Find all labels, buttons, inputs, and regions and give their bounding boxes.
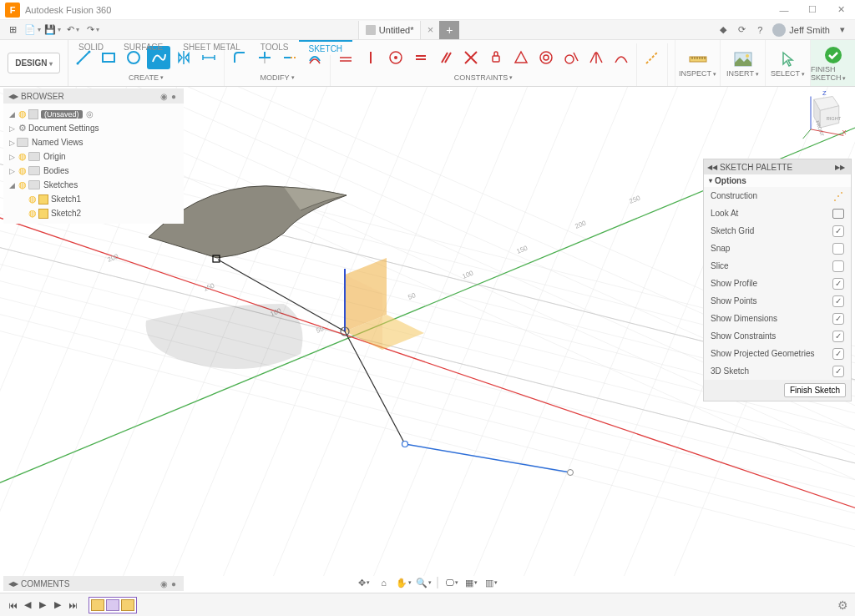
midpoint-constraint[interactable] [509, 46, 533, 69]
tree-item-doc-settings[interactable]: ▷ ⚙ Document Settings [3, 121, 184, 135]
close-tab-button[interactable]: × [421, 23, 439, 36]
palette-row-show-constraints[interactable]: Show Constraints [704, 327, 851, 345]
symmetry-constraint[interactable] [584, 46, 608, 69]
tree-item-named-views[interactable]: ▷ Named Views [3, 135, 184, 149]
tree-root[interactable]: ◢ ◍ (Unsaved) ◎ [3, 107, 184, 121]
perpendicular-constraint[interactable] [459, 46, 483, 69]
timeline-features[interactable] [89, 597, 137, 613]
palette-row-snap[interactable]: Snap [704, 240, 851, 257]
group-label-create[interactable]: CREATE [129, 72, 164, 83]
comments-panel-header[interactable]: ◀▶ COMMENTS ◉ ● [3, 576, 184, 591]
browser-header[interactable]: ◀▶ BROWSER ◉ ● [3, 88, 184, 104]
expand-icon[interactable]: ▷ [7, 153, 17, 161]
checkbox[interactable] [832, 225, 844, 237]
checkbox[interactable] [832, 260, 844, 272]
look-at-button[interactable]: ⌂ [375, 575, 393, 590]
visibility-bulb-icon[interactable]: ◍ [17, 151, 28, 162]
grid-settings-button[interactable]: ▦ [463, 575, 481, 590]
apps-grid-button[interactable]: ⊞ [3, 21, 22, 39]
comments-pin-icon[interactable]: ● [169, 578, 179, 588]
tree-item-sketch1[interactable]: ◍ Sketch1 [3, 192, 184, 206]
display-settings-button[interactable]: 🖵 [443, 575, 461, 590]
browser-settings-icon[interactable]: ◉ [159, 91, 169, 101]
palette-row-look-at[interactable]: Look At [704, 204, 851, 222]
palette-section-options[interactable]: Options [704, 174, 851, 187]
visibility-bulb-icon[interactable]: ◍ [17, 165, 28, 176]
tab-solid[interactable]: SOLID [68, 40, 114, 55]
checkbox[interactable] [832, 313, 844, 325]
timeline-next-button[interactable]: ▶ [50, 598, 65, 613]
window-close-button[interactable]: ✕ [827, 0, 855, 20]
curvature-constraint[interactable] [610, 46, 633, 69]
palette-row-show-profile[interactable]: Show Profile [704, 275, 851, 292]
user-name[interactable]: Jeff Smith [789, 25, 830, 35]
palette-row-construction[interactable]: Construction⋰ [704, 187, 851, 204]
checkbox[interactable] [832, 348, 844, 360]
zoom-button[interactable]: 🔍 [415, 575, 433, 590]
palette-header[interactable]: ◀◀ SKETCH PALETTE ▶▶ [704, 159, 851, 174]
palette-row-sketch-grid[interactable]: Sketch Grid [704, 222, 851, 240]
orbit-button[interactable]: ✥ [355, 575, 373, 590]
pan-button[interactable]: ✋ [395, 575, 413, 590]
timeline-start-button[interactable]: ⏮ [5, 598, 20, 613]
group-label-constraints[interactable]: CONSTRAINTS [454, 72, 514, 83]
tangent-constraint[interactable] [559, 46, 583, 69]
tree-item-bodies[interactable]: ▷ ◍ Bodies [3, 164, 184, 178]
checkbox[interactable] [832, 243, 844, 255]
visibility-bulb-icon[interactable]: ◍ [17, 109, 28, 119]
new-tab-button[interactable]: + [439, 21, 459, 39]
view-cube[interactable]: FRONT RIGHT Z X [798, 90, 848, 140]
visibility-bulb-icon[interactable]: ◍ [17, 179, 28, 190]
expand-icon[interactable]: ◢ [7, 110, 17, 119]
undo-button[interactable]: ↶ [63, 21, 82, 39]
look-at-icon[interactable] [832, 209, 844, 219]
checkbox[interactable] [832, 331, 844, 342]
tab-sheet-metal[interactable]: SHEET METAL [173, 40, 250, 55]
tree-item-origin[interactable]: ▷ ◍ Origin [3, 149, 184, 164]
viewport-layout-button[interactable]: ▥ [483, 575, 501, 590]
document-tab[interactable]: Untitled* [358, 21, 422, 39]
palette-finish-button[interactable]: Finish Sketch [784, 383, 846, 397]
expand-icon[interactable]: ▷ [7, 124, 17, 133]
timeline-prev-button[interactable]: ◀ [20, 598, 35, 613]
fix-constraint[interactable] [484, 46, 508, 69]
group-label-modify[interactable]: MODIFY [261, 72, 295, 83]
timeline-settings-button[interactable]: ⚙ [837, 598, 848, 612]
palette-row-slice[interactable]: Slice [704, 257, 851, 275]
inspect-button[interactable]: INSPECT [675, 40, 720, 86]
window-minimize-button[interactable]: — [770, 0, 798, 20]
workspace-picker-button[interactable]: DESIGN [8, 53, 60, 73]
tab-surface[interactable]: SURFACE [114, 40, 173, 55]
timeline-feature-sketch2[interactable] [121, 599, 134, 611]
tab-tools[interactable]: TOOLS [250, 40, 299, 55]
user-menu-drop-icon[interactable]: ▾ [833, 21, 852, 39]
collapse-right-icon[interactable]: ▶▶ [835, 164, 845, 171]
tree-item-sketch2[interactable]: ◍ Sketch2 [3, 206, 184, 220]
user-avatar-icon[interactable] [772, 23, 786, 37]
coincident-constraint[interactable] [384, 46, 407, 69]
vertical-constraint[interactable] [359, 46, 382, 69]
radio-icon[interactable]: ◎ [86, 109, 94, 119]
finish-sketch-button[interactable]: FINISH SKETCH [810, 40, 855, 86]
palette-row-show-points[interactable]: Show Points [704, 292, 851, 310]
select-button[interactable]: SELECT [765, 40, 810, 86]
construction-icon[interactable]: ⋰ [832, 192, 844, 200]
checkbox[interactable] [832, 295, 844, 307]
collapse-left-icon[interactable]: ◀◀ [707, 164, 717, 171]
palette-row-3d-sketch[interactable]: 3D Sketch [704, 362, 851, 380]
timeline-feature-sketch1[interactable] [91, 599, 104, 611]
expand-icon[interactable]: ▷ [7, 167, 17, 175]
insert-button[interactable]: INSERT [720, 40, 765, 86]
equal-constraint[interactable] [409, 46, 433, 69]
toggle-construction[interactable] [640, 46, 664, 69]
checkbox[interactable] [832, 278, 844, 290]
comments-settings-icon[interactable]: ◉ [159, 578, 169, 588]
help-button[interactable]: ? [751, 21, 769, 39]
palette-row-show-projected-geometries[interactable]: Show Projected Geometries [704, 345, 851, 362]
redo-button[interactable]: ↷ [83, 21, 102, 39]
window-maximize-button[interactable]: ☐ [798, 0, 827, 20]
tab-sketch[interactable]: SKETCH [299, 40, 353, 55]
checkbox[interactable] [832, 366, 844, 377]
browser-pin-icon[interactable]: ● [169, 91, 179, 101]
save-menu-button[interactable]: 💾 [43, 21, 62, 39]
